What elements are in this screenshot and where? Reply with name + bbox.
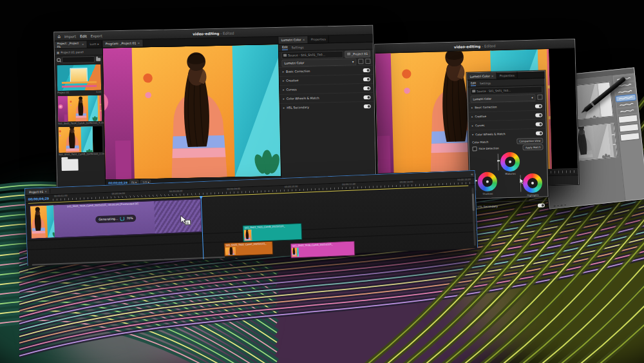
panel-option-icon[interactable] [537, 95, 542, 100]
tab-project[interactable]: Project: _Project 01 × [55, 41, 88, 48]
section-toggle[interactable] [363, 77, 370, 81]
program-monitor-panel: Program: _Project 01 × 00;00;04;29 Fit▾ … [103, 37, 282, 202]
close-icon[interactable]: × [82, 43, 84, 46]
chevron-right-icon: ▸ [472, 124, 473, 127]
vertical-scrollbar[interactable] [471, 188, 476, 246]
project-panel: Project: _Project 01 × Lum ▸ ▦ Project 0… [55, 41, 106, 204]
brush-option[interactable] [618, 107, 638, 114]
panel-menu-icon[interactable]: ≡ [471, 173, 473, 176]
section-hsl-secondary[interactable]: ▸ HSL Secondary [280, 101, 374, 112]
highlights-label: Highlights [522, 194, 544, 197]
tab-program[interactable]: Program: _Project 01 × [103, 39, 144, 47]
menu-import[interactable]: Import [64, 34, 76, 38]
section-toggle[interactable] [535, 104, 542, 108]
subtab-edit[interactable]: Edit [282, 45, 288, 50]
section-toggle[interactable] [538, 203, 545, 207]
panel-option-icon[interactable] [365, 59, 370, 64]
bin-item-clip-a[interactable]: S01_Sh01_Tk04_CamA_20250101_4;29 [57, 95, 102, 125]
header-menu: Import Edit Export [64, 34, 102, 38]
highlights-wheel[interactable] [523, 173, 543, 193]
tab-timeline-sequence[interactable]: Project 01 × [26, 188, 50, 194]
scene-stage: video-editing- Edited ● { } |◀ ◀ ▶ ▶| ◁ … [0, 0, 644, 363]
new-bin-icon[interactable] [96, 57, 100, 61]
face-detection-label: Face Detection [478, 146, 498, 150]
clip-thumbnail [292, 248, 303, 257]
grid-icon: ▦ [57, 51, 59, 54]
midtones-slider[interactable] [498, 153, 499, 170]
tab-lumetri-color[interactable]: Lumetri Color × [279, 36, 308, 44]
clip-thumbnail [244, 230, 255, 241]
section-toggle[interactable] [536, 131, 543, 135]
layer-swatch[interactable] [618, 114, 638, 123]
menu-export[interactable]: Export [91, 34, 102, 37]
color-wheels-area: Shadows Midtones Highlights [469, 150, 548, 202]
tab-lumetri-color[interactable]: Lumetri Color× [467, 72, 497, 79]
close-icon[interactable]: × [303, 38, 305, 41]
chevron-right-icon: ▸ [97, 43, 99, 46]
chevron-right-icon: ▸ [283, 97, 284, 101]
sequence-thumbnail [57, 64, 101, 91]
chevron-down-icon: ▾ [531, 95, 533, 99]
apply-match-button[interactable]: Apply Match [523, 144, 544, 150]
chevron-down-icon: ▾ [352, 60, 354, 63]
section-toggle[interactable] [364, 104, 371, 108]
chevron-right-icon: ▸ [283, 106, 285, 110]
shadows-wheel[interactable] [478, 172, 498, 191]
tab-properties[interactable]: Properties [308, 35, 328, 43]
home-icon[interactable]: ⌂ [57, 34, 61, 39]
lumetri-panel: Lumetri Color × Properties Edit Settings… [279, 35, 376, 199]
clip-generating-extended[interactable]: S01_Sh01_Tk04_CamA_20250101_-00;00;04;29… [30, 199, 202, 239]
section-toggle[interactable] [535, 113, 542, 117]
clip-thumbnail [225, 247, 236, 255]
panel-option-icon[interactable] [358, 59, 363, 64]
layer-swatch[interactable] [619, 123, 639, 132]
bin-item-sequence[interactable]: Project 010;03 [57, 64, 101, 94]
bin-item-clip-b[interactable]: S01_Sh01_Tk01_CamB_20250101_2;19 [58, 126, 102, 156]
mouse-cursor [519, 177, 524, 184]
midtones-label: Midtones [500, 172, 522, 175]
section-toggle[interactable] [363, 95, 370, 99]
clip-icon [347, 53, 350, 55]
menu-edit[interactable]: Edit [80, 34, 87, 38]
close-icon[interactable]: × [44, 190, 47, 193]
timeline-timecode[interactable]: 00;00;04;29 [28, 197, 49, 201]
clip-icon [283, 54, 287, 57]
lumetri-floating-panel: Lumetri Color× Properties Edit Settings … [466, 70, 548, 199]
program-video[interactable] [103, 44, 281, 180]
midtones-wheel[interactable] [500, 152, 520, 172]
chevron-right-icon: ▸ [283, 70, 284, 74]
clip-thumbnail [30, 205, 66, 239]
comparison-view-button[interactable]: Comparison View [516, 137, 543, 144]
tab-lumetri-truncated[interactable]: Lum ▸ [87, 41, 102, 48]
close-icon[interactable]: × [491, 74, 494, 77]
search-icon [57, 58, 61, 62]
face-detection-checkbox[interactable] [472, 146, 477, 151]
tab-properties[interactable]: Properties [497, 72, 517, 79]
project-bin: Project 010;03 S01_Sh01_Tk04_CamA_202501… [55, 63, 105, 195]
chevron-right-icon: ▸ [283, 79, 284, 83]
chevron-right-icon: ▸ [471, 106, 473, 109]
clip-icon [472, 90, 475, 92]
close-icon[interactable]: × [137, 41, 140, 44]
generating-progress-badge: Generating... 70% [95, 215, 137, 224]
clip-camb[interactable]: S01_Sh01_Tk01_CamB_20250101_ [242, 223, 302, 242]
chevron-right-icon: ▸ [283, 88, 284, 92]
layer-swatch[interactable] [620, 132, 640, 141]
search-input[interactable] [62, 56, 95, 63]
subtab-settings[interactable]: Settings [480, 81, 491, 84]
shadows-label: Shadows [477, 192, 498, 195]
section-toggle[interactable] [363, 68, 370, 72]
generated-media-hatch [154, 199, 202, 233]
clip-cama-2[interactable]: S01_Sh03_Tk06_CamA_20250101_ [290, 241, 355, 259]
clip-camc[interactable]: S01_Sh01_Tk02_CamC_20250101_ [224, 241, 274, 257]
bin-folder-item[interactable] [61, 159, 78, 171]
section-toggle[interactable] [536, 122, 543, 126]
section-toggle[interactable] [363, 86, 370, 90]
subtab-edit[interactable]: Edit [471, 81, 476, 86]
chevron-right-icon: ▸ [471, 115, 473, 118]
subtab-settings[interactable]: Settings [292, 46, 304, 49]
spinner-icon [120, 216, 124, 221]
project-target-button[interactable]: _Project 01 [345, 50, 371, 57]
mouse-cursor-drag [180, 215, 187, 224]
project-breadcrumb[interactable]: Project 01 panel [61, 50, 84, 54]
